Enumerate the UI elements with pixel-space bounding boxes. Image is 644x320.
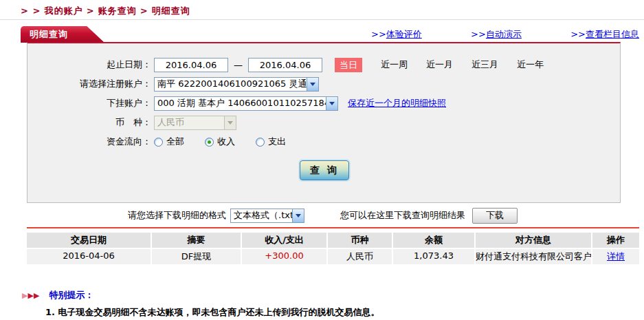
flow-radio-income[interactable]: 收入 (205, 136, 235, 148)
fund-flow-row: 资金流向： 全部 收入 支出 (27, 132, 620, 151)
triangle-icon: ▶ (22, 291, 27, 300)
radio-icon[interactable] (256, 138, 265, 147)
date-to-input[interactable] (248, 58, 322, 72)
download-format-label: 请您选择下载明细的格式 (128, 209, 226, 222)
col-header-date: 交易日期 (27, 233, 151, 248)
col-header-counterparty: 对方信息 (476, 233, 591, 248)
cell-date: 2016-04-06 (27, 249, 151, 264)
currency-label: 币 种： (27, 116, 151, 129)
table-header-row: 交易日期 摘要 收入/支出 币种 余额 对方信息 操作 (27, 233, 639, 248)
download-row: 请您选择下载明细的格式 文本格式（.txt） 您可以在这里下载查询明细结果 下载 (27, 207, 639, 224)
date-range-row: 起止日期： — 当日 近一周 近一月 近三月 近一年 (27, 55, 620, 74)
notes-title: 特别提示： (49, 289, 93, 301)
registered-account-label: 请选择注册账户： (27, 78, 151, 90)
range-today-button[interactable]: 当日 (335, 58, 362, 72)
cell-counterparty: 财付通支付科技有限公司客户备付金 (476, 249, 591, 264)
registered-account-select[interactable]: 南平 6222001406100921065 灵通卡 (154, 77, 319, 92)
breadcrumb-prefix: > > (21, 6, 41, 16)
triangle-icon: ▶ (27, 291, 33, 300)
download-result-label: 您可以在这里下载查询明细结果 (340, 209, 465, 222)
cell-summary: DF提现 (152, 249, 241, 264)
breadcrumb-separator: > (87, 6, 95, 16)
chevron-down-icon[interactable] (326, 97, 337, 110)
sub-account-label: 下挂账户： (27, 97, 151, 109)
col-header-amount: 收入/支出 (242, 233, 326, 248)
fund-flow-label: 资金流向： (27, 136, 151, 148)
registered-account-row: 请选择注册账户： 南平 6222001406100921065 灵通卡 (27, 74, 620, 94)
chevron-down-icon[interactable] (307, 78, 318, 91)
detail-query-page: > > 我的账户>账务查询>明细查询 明细查询 >>体验评价 >>自动演示 >>… (0, 0, 644, 320)
cell-amount: +300.00 (242, 249, 326, 264)
download-format-select[interactable]: 文本格式（.txt） (230, 209, 304, 223)
sub-account-row: 下挂账户： 000 活期 基本户 1406600101102571848 保存近… (27, 94, 620, 113)
range-quarter-button[interactable]: 近三月 (471, 58, 498, 71)
radio-icon[interactable] (154, 138, 163, 147)
download-button[interactable]: 下载 (472, 208, 518, 224)
table-top-divider (27, 227, 639, 228)
panel-tab-title: 明细查询 (21, 26, 104, 43)
save-monthly-snapshot-link[interactable]: 保存近一个月的明细快照 (348, 97, 446, 109)
col-header-balance: 余额 (393, 233, 474, 248)
special-notes: ▶ ▶ ▶ 特别提示： 1. 电子现金交易明细不含未达账项，即未包含商户还未上传… (22, 289, 627, 320)
currency-row: 币 种： 人民币 (27, 113, 620, 132)
range-month-button[interactable]: 近一月 (426, 58, 453, 71)
range-year-button[interactable]: 近一年 (517, 58, 544, 71)
date-range-label: 起止日期： (27, 58, 151, 71)
table-row: 2016-04-06 DF提现 +300.00 人民币 1,073.43 财付通… (27, 249, 639, 264)
date-from-input[interactable] (154, 58, 228, 72)
cell-currency: 人民币 (328, 249, 392, 264)
radio-icon[interactable] (205, 138, 214, 147)
breadcrumb-item-account-query[interactable]: 账务查询 (98, 6, 137, 16)
col-header-action: 操作 (592, 233, 639, 248)
breadcrumb: > > 我的账户>账务查询>明细查询 (21, 5, 190, 17)
breadcrumb-bar: > > 我的账户>账务查询>明细查询 (0, 0, 644, 20)
query-form-panel: 起止日期： — 当日 近一周 近一月 近三月 近一年 请选择注册账户： 南平 6… (27, 42, 621, 203)
breadcrumb-item-my-account[interactable]: 我的账户 (45, 6, 83, 16)
breadcrumb-item-detail-query[interactable]: 明细查询 (152, 6, 190, 16)
query-button[interactable]: 查 询 (300, 160, 349, 180)
note-item-1: 1. 电子现金交易明细不含未达账项，即未包含商户还未上传到我行的脱机交易信息。 (22, 306, 627, 319)
date-range-dash: — (234, 60, 243, 70)
breadcrumb-separator: > (140, 6, 148, 16)
triangle-icon: ▶ (34, 291, 39, 300)
col-header-currency: 币种 (328, 233, 392, 248)
row-detail-link[interactable]: 详情 (607, 251, 625, 262)
chevron-down-icon[interactable] (292, 209, 304, 222)
flow-radio-expense[interactable]: 支出 (256, 136, 286, 148)
link-experience-rating[interactable]: >>体验评价 (371, 28, 422, 41)
result-table: 交易日期 摘要 收入/支出 币种 余额 对方信息 操作 2016-04-06 D… (27, 227, 639, 264)
chevron-down-icon (224, 116, 236, 129)
col-header-summary: 摘要 (152, 233, 241, 248)
currency-select-disabled: 人民币 (154, 116, 236, 130)
range-week-button[interactable]: 近一周 (381, 58, 408, 71)
top-links: >>体验评价 >>自动演示 >>查看栏目信息 (371, 28, 639, 41)
cell-balance: 1,073.43 (393, 249, 474, 264)
link-auto-demo[interactable]: >>自动演示 (471, 28, 522, 41)
link-view-column-info[interactable]: >>查看栏目信息 (570, 28, 639, 41)
sub-account-select[interactable]: 000 活期 基本户 1406600101102571848 (154, 96, 338, 111)
flow-radio-all[interactable]: 全部 (154, 136, 184, 148)
